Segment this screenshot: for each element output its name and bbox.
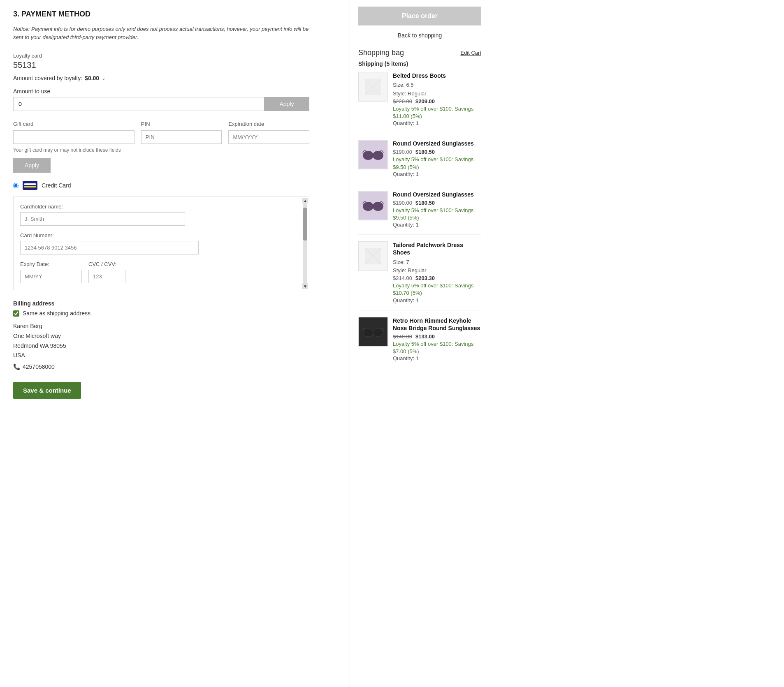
item-style: Style: Regular (393, 90, 481, 98)
scrollbar[interactable]: ▲ ▼ (302, 198, 308, 289)
gift-card-section: Gift card PIN Expiration date Your gift … (13, 121, 309, 173)
scrollbar-thumb[interactable] (303, 208, 307, 241)
scroll-down-arrow[interactable]: ▼ (302, 283, 308, 289)
item-image-boots (358, 72, 388, 102)
gift-card-field-group: Gift card (13, 121, 135, 144)
sidebar: Place order Back to shopping Shopping ba… (350, 0, 489, 687)
expiration-label: Expiration date (228, 121, 309, 127)
same-as-shipping-label: Same as shipping address (23, 310, 90, 317)
expiry-input[interactable] (20, 270, 82, 283)
sunglasses2-image-icon (359, 192, 387, 220)
item-qty: Quantity: 1 (393, 222, 481, 228)
shopping-bag-header: Shopping bag Edit Cart (358, 49, 481, 57)
payment-method-section: Credit Card Cardholder name: Card Number… (13, 181, 309, 290)
cvc-label: CVC / CVV: (88, 261, 125, 267)
item-image-retro-sunglasses (358, 317, 388, 347)
gift-card-input[interactable] (13, 130, 135, 144)
section-title: 3. PAYMENT METHOD (13, 10, 336, 19)
item-details: Round Oversized Sunglasses $190.00 $180.… (393, 191, 481, 228)
amount-input-row: 0 Apply (13, 97, 309, 111)
loyalty-card-number: 55131 (13, 60, 336, 70)
loyalty-amount-covered-label: Amount covered by loyalty: (13, 75, 82, 81)
gift-card-apply-button[interactable]: Apply (13, 158, 51, 173)
price-original: $190.00 (393, 200, 412, 206)
placeholder-image-icon (365, 79, 381, 95)
billing-title: Billing address (13, 300, 336, 307)
gift-card-hint: Your gift card may or may not include th… (13, 147, 309, 153)
item-name: Round Oversized Sunglasses (393, 140, 481, 147)
item-qty: Quantity: 1 (393, 297, 481, 303)
item-image-sunglasses (358, 140, 388, 169)
expiration-input[interactable] (228, 130, 309, 144)
credit-card-radio[interactable] (13, 183, 19, 188)
svg-point-5 (373, 151, 383, 160)
cart-item: Round Oversized Sunglasses $190.00 $180.… (358, 140, 481, 184)
price-sale: $203.30 (415, 275, 435, 281)
expiry-cvv-row: Expiry Date: CVC / CVV: (20, 261, 295, 283)
cart-item: Belted Dress Boots Size: 6.5 Style: Regu… (358, 72, 481, 133)
item-details: Tailored Patchwork Dress Shoes Size: 7 S… (393, 241, 481, 303)
loyalty-amount-covered-row: Amount covered by loyalty: $0.00 ⌄ (13, 75, 336, 81)
card-number-input[interactable] (20, 241, 199, 254)
item-details: Belted Dress Boots Size: 6.5 Style: Regu… (393, 72, 481, 126)
svg-point-9 (373, 202, 383, 211)
back-to-shopping-link[interactable]: Back to shopping (398, 32, 442, 39)
item-style: Style: Regular (393, 266, 481, 275)
credit-card-option[interactable]: Credit Card (13, 181, 309, 190)
cvv-group: CVC / CVV: (88, 261, 125, 283)
loyalty-apply-button[interactable]: Apply (264, 97, 309, 111)
back-to-shopping[interactable]: Back to shopping (358, 32, 481, 39)
price-sale: $180.50 (415, 200, 435, 206)
item-prices: $214.00 $203.30 (393, 275, 481, 281)
price-sale: $133.00 (415, 333, 435, 340)
item-qty: Quantity: 1 (393, 355, 481, 361)
item-details: Round Oversized Sunglasses $190.00 $180.… (393, 140, 481, 177)
billing-section: Billing address Same as shipping address… (13, 300, 336, 372)
item-name: Belted Dress Boots (393, 72, 481, 79)
loyalty-savings: Loyalty 5% off over $100: Savings $11.00… (393, 105, 481, 120)
cart-item: Round Oversized Sunglasses $190.00 $180.… (358, 191, 481, 235)
amount-to-use-label: Amount to use (13, 88, 336, 95)
loyalty-savings: Loyalty 5% off over $100: Savings $10.70… (393, 282, 481, 297)
shopping-bag-title: Shopping bag (358, 49, 404, 57)
svg-point-15 (373, 328, 383, 337)
item-size: Size: 6.5 (393, 81, 481, 90)
amount-to-use-input[interactable]: 0 (13, 97, 264, 111)
price-original: $140.00 (393, 333, 412, 340)
pin-field-group: PIN (141, 121, 222, 144)
gift-card-label: Gift card (13, 121, 135, 127)
cardholder-input[interactable] (20, 212, 185, 226)
placeholder-shoes-icon (365, 248, 381, 264)
item-prices: $190.00 $180.50 (393, 200, 481, 206)
billing-phone-row: 📞 4257058000 (13, 362, 336, 372)
billing-address1: One Microsoft way (13, 331, 336, 341)
place-order-button[interactable]: Place order (358, 7, 481, 25)
billing-same-row[interactable]: Same as shipping address (13, 310, 336, 317)
pin-input[interactable] (141, 130, 222, 144)
chevron-down-icon[interactable]: ⌄ (102, 75, 106, 81)
card-number-label: Card Number: (20, 232, 295, 238)
edit-cart-link[interactable]: Edit Cart (460, 50, 481, 56)
scrollbar-track (303, 204, 307, 283)
sunglasses-image-icon (359, 141, 387, 169)
pin-label: PIN (141, 121, 222, 127)
price-original: $214.00 (393, 275, 412, 281)
expiration-field-group: Expiration date (228, 121, 309, 144)
loyalty-section: Loyalty card 55131 Amount covered by loy… (13, 53, 336, 111)
item-image-shoes (358, 241, 388, 271)
notice-text: Notice: Payment info is for demo purpose… (13, 25, 309, 41)
item-prices: $140.00 $133.00 (393, 333, 481, 340)
cvv-input[interactable] (88, 270, 125, 283)
scroll-up-arrow[interactable]: ▲ (302, 198, 308, 204)
svg-point-14 (363, 328, 373, 337)
billing-country: USA (13, 351, 336, 361)
loyalty-savings: Loyalty 5% off over $100: Savings $9.50 … (393, 156, 481, 171)
item-name: Round Oversized Sunglasses (393, 191, 481, 198)
save-continue-button[interactable]: Save & continue (13, 382, 81, 399)
loyalty-amount-covered-value: $0.00 (85, 75, 99, 81)
item-prices: $190.00 $180.50 (393, 149, 481, 155)
loyalty-savings: Loyalty 5% off over $100: Savings $7.00 … (393, 340, 481, 355)
item-name: Tailored Patchwork Dress Shoes (393, 241, 481, 256)
same-as-shipping-checkbox[interactable] (13, 310, 19, 317)
loyalty-card-label: Loyalty card (13, 53, 336, 59)
